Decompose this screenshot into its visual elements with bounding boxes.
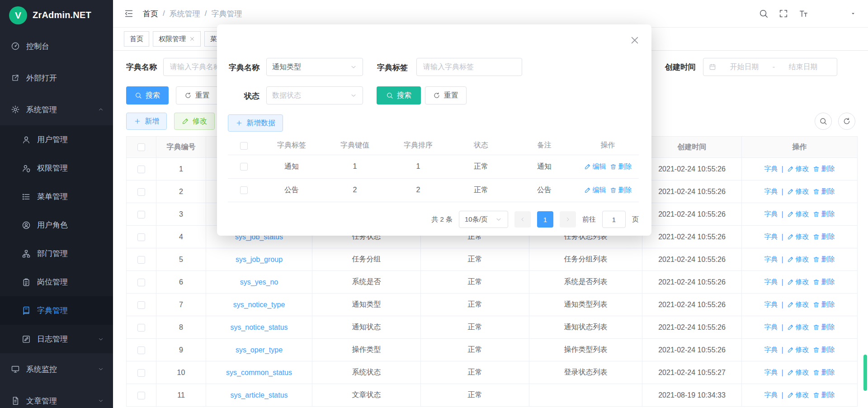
dict-type-link[interactable]: sys_article_status	[230, 391, 288, 399]
delete-link[interactable]: 删除	[813, 323, 835, 332]
add-button[interactable]: 新增	[126, 113, 167, 130]
menu-collapse-button[interactable]	[124, 9, 134, 19]
dict-detail-link[interactable]: 字典	[764, 210, 778, 218]
dict-detail-link[interactable]: 字典	[764, 232, 778, 241]
tab-1[interactable]: 权限管理	[153, 31, 201, 47]
dict-detail-link[interactable]: 字典	[764, 278, 778, 286]
dict-detail-link[interactable]: 字典	[764, 300, 778, 309]
delete-link[interactable]: 删除	[813, 391, 835, 399]
user-menu-caret[interactable]	[850, 10, 856, 17]
dict-detail-link[interactable]: 字典	[764, 323, 778, 332]
sidebar-item-dict[interactable]: 字典管理	[0, 296, 113, 325]
item-delete-link[interactable]: 删除	[610, 162, 632, 171]
row-checkbox[interactable]	[137, 233, 145, 241]
sidebar-item-dept[interactable]: 部门管理	[0, 239, 113, 268]
next-page-button[interactable]	[560, 211, 576, 228]
delete-link[interactable]: 删除	[813, 232, 835, 241]
edit-link[interactable]: 修改	[787, 300, 809, 309]
row-checkbox[interactable]	[137, 392, 145, 399]
dict-detail-link[interactable]: 字典	[764, 255, 778, 264]
dict-label-input[interactable]	[416, 58, 522, 76]
sidebar-item-post[interactable]: 岗位管理	[0, 268, 113, 296]
page-size-select[interactable]: 10条/页	[459, 211, 508, 228]
row-checkbox[interactable]	[137, 346, 145, 354]
dict-detail-link[interactable]: 字典	[764, 165, 778, 173]
edit-link[interactable]: 修改	[787, 165, 809, 173]
row-checkbox[interactable]	[137, 369, 145, 377]
fullscreen-button[interactable]	[778, 9, 788, 19]
row-checkbox[interactable]	[137, 211, 145, 218]
edit-link[interactable]: 修改	[787, 391, 809, 399]
dialog-search-button[interactable]: 搜索	[377, 86, 421, 104]
edit-link[interactable]: 修改	[787, 346, 809, 354]
sidebar-item-log[interactable]: 日志管理	[0, 325, 113, 353]
sidebar-item-menu[interactable]: 菜单管理	[0, 182, 113, 211]
breadcrumb-item[interactable]: 首页	[143, 9, 158, 19]
delete-link[interactable]: 删除	[813, 300, 835, 309]
row-checkbox[interactable]	[240, 186, 248, 194]
edit-link[interactable]: 修改	[787, 210, 809, 218]
page-number-button[interactable]: 1	[537, 211, 553, 228]
item-edit-link[interactable]: 编辑	[584, 186, 606, 195]
edit-link[interactable]: 修改	[787, 187, 809, 196]
delete-link[interactable]: 删除	[813, 210, 835, 218]
edit-link[interactable]: 修改	[787, 323, 809, 332]
dict-type-link[interactable]: sys_notice_status	[230, 323, 288, 332]
prev-page-button[interactable]	[514, 211, 531, 228]
sidebar-item-console[interactable]: 控制台	[0, 30, 113, 62]
table-refresh-button[interactable]	[838, 113, 855, 130]
item-edit-link[interactable]: 编辑	[584, 162, 606, 171]
dialog-reset-button[interactable]: 重置	[425, 86, 467, 104]
sidebar-item-permission[interactable]: 权限管理	[0, 154, 113, 182]
dialog-status-select[interactable]: 数据状态	[266, 86, 363, 104]
dict-detail-link[interactable]: 字典	[764, 346, 778, 354]
sidebar-item-article[interactable]: 文章管理	[0, 385, 113, 408]
dict-detail-link[interactable]: 字典	[764, 391, 778, 399]
delete-link[interactable]: 删除	[813, 278, 835, 286]
edit-link[interactable]: 修改	[787, 255, 809, 264]
edit-link[interactable]: 修改	[787, 232, 809, 241]
edit-link[interactable]: 修改	[787, 278, 809, 286]
dict-type-link[interactable]: sys_job_group	[236, 256, 283, 264]
dialog-dict-name-select[interactable]: 通知类型	[266, 58, 363, 76]
goto-page-input[interactable]	[602, 211, 626, 228]
breadcrumb-item[interactable]: 系统管理	[170, 9, 200, 19]
edit-button[interactable]: 修改	[174, 113, 215, 130]
dict-detail-link[interactable]: 字典	[764, 187, 778, 196]
font-size-button[interactable]	[798, 9, 808, 19]
dict-type-link[interactable]: sys_yes_no	[240, 278, 278, 286]
delete-link[interactable]: 删除	[813, 368, 835, 377]
delete-link[interactable]: 删除	[813, 346, 835, 354]
sidebar-item-role[interactable]: 用户角色	[0, 211, 113, 239]
row-checkbox[interactable]	[240, 163, 248, 171]
dict-type-link[interactable]: sys_common_status	[226, 369, 292, 377]
date-range-picker[interactable]: 开始日期 - 结束日期	[703, 58, 837, 76]
tab-0[interactable]: 首页	[124, 31, 149, 47]
breadcrumb-item[interactable]: 字典管理	[211, 9, 242, 19]
delete-link[interactable]: 删除	[813, 255, 835, 264]
delete-link[interactable]: 删除	[813, 187, 835, 196]
table-search-toggle-button[interactable]	[815, 113, 832, 130]
close-icon[interactable]	[630, 35, 640, 45]
scrollbar-thumb[interactable]	[863, 355, 867, 391]
edit-link[interactable]: 修改	[787, 368, 809, 377]
row-checkbox[interactable]	[137, 188, 145, 196]
tab-close-icon[interactable]	[189, 36, 195, 42]
search-button[interactable]: 搜索	[126, 86, 169, 104]
dict-type-link[interactable]: sys_oper_type	[236, 346, 283, 354]
select-all-checkbox[interactable]	[240, 142, 248, 150]
row-checkbox[interactable]	[137, 324, 145, 332]
select-all-checkbox[interactable]	[137, 143, 145, 151]
avatar[interactable]	[818, 3, 840, 24]
row-checkbox[interactable]	[137, 166, 145, 173]
row-checkbox[interactable]	[137, 279, 145, 286]
sidebar-item-external[interactable]: 外部打开	[0, 62, 113, 94]
row-checkbox[interactable]	[137, 301, 145, 309]
row-checkbox[interactable]	[137, 256, 145, 264]
delete-link[interactable]: 删除	[813, 165, 835, 173]
add-data-button[interactable]: 新增数据	[228, 114, 283, 132]
sidebar-item-system[interactable]: 系统管理	[0, 94, 113, 125]
sidebar-item-monitor[interactable]: 系统监控	[0, 353, 113, 385]
header-search-button[interactable]	[759, 9, 769, 19]
dict-detail-link[interactable]: 字典	[764, 368, 778, 377]
